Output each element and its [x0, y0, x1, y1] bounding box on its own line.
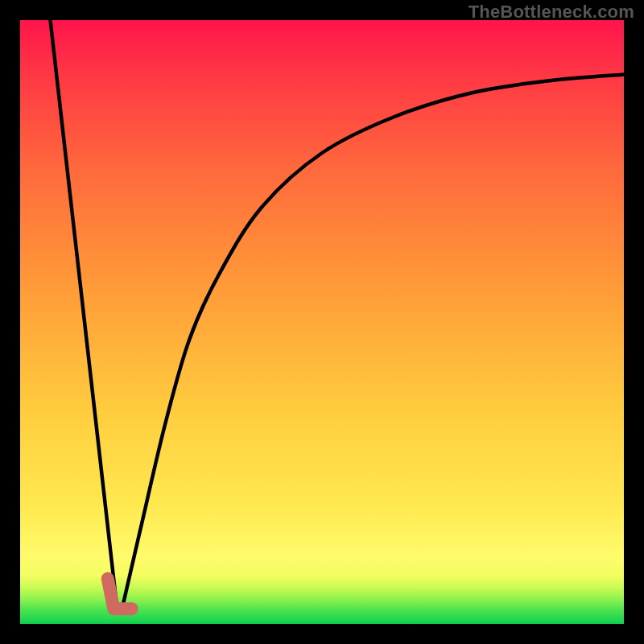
chart-frame: TheBottleneck.com [0, 0, 644, 644]
chart-svg [20, 20, 624, 624]
chart-plot-area [20, 20, 624, 624]
gradient-background [20, 20, 624, 624]
